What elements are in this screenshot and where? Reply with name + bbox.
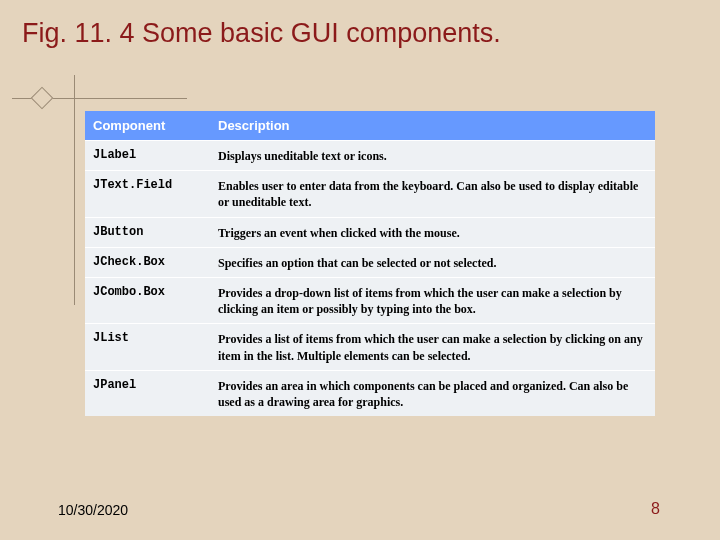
table-header-row: Component Description xyxy=(85,111,655,140)
cell-description: Specifies an option that can be selected… xyxy=(210,248,655,277)
cell-description: Provides an area in which components can… xyxy=(210,371,655,416)
table-row: JPanel Provides an area in which compone… xyxy=(85,370,655,416)
cell-description: Enables user to enter data from the keyb… xyxy=(210,171,655,216)
table-row: JText.Field Enables user to enter data f… xyxy=(85,170,655,216)
table-row: JButton Triggers an event when clicked w… xyxy=(85,217,655,247)
cell-description: Provides a list of items from which the … xyxy=(210,324,655,369)
decoration-diamond-icon xyxy=(31,87,54,110)
cell-component: JCheck.Box xyxy=(85,248,210,277)
components-table: Component Description JLabel Displays un… xyxy=(85,111,655,416)
cell-description: Triggers an event when clicked with the … xyxy=(210,218,655,247)
table-row: JCheck.Box Specifies an option that can … xyxy=(85,247,655,277)
cell-component: JList xyxy=(85,324,210,369)
cell-component: JText.Field xyxy=(85,171,210,216)
cell-component: JCombo.Box xyxy=(85,278,210,323)
table-row: JList Provides a list of items from whic… xyxy=(85,323,655,369)
cell-description: Displays uneditable text or icons. xyxy=(210,141,655,170)
cell-component: JPanel xyxy=(85,371,210,416)
cell-component: JButton xyxy=(85,218,210,247)
cell-description: Provides a drop-down list of items from … xyxy=(210,278,655,323)
decoration-vertical-line xyxy=(74,75,75,305)
slide-title: Fig. 11. 4 Some basic GUI components. xyxy=(22,18,501,49)
cell-component: JLabel xyxy=(85,141,210,170)
footer-page-number: 8 xyxy=(651,500,660,518)
table-row: JCombo.Box Provides a drop-down list of … xyxy=(85,277,655,323)
table-header-component: Component xyxy=(85,111,210,140)
table-row: JLabel Displays uneditable text or icons… xyxy=(85,140,655,170)
footer-date: 10/30/2020 xyxy=(58,502,128,518)
table-header-description: Description xyxy=(210,111,655,140)
